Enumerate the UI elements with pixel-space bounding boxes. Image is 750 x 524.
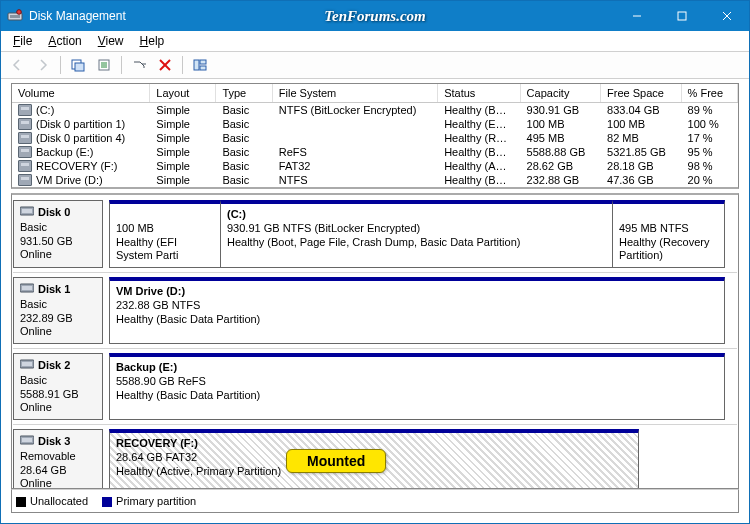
volume-fs: FAT32 — [273, 159, 438, 173]
disk-label[interactable]: Disk 2Basic5588.91 GBOnline — [13, 353, 103, 420]
partition-line1: 495 MB NTFS — [619, 222, 718, 236]
disk-state: Online — [20, 325, 96, 339]
volume-layout: Simple — [150, 117, 216, 131]
menu-file[interactable]: File — [5, 34, 40, 48]
volume-pct: 20 % — [682, 173, 738, 187]
disk-icon — [20, 434, 34, 450]
properties-button[interactable] — [92, 53, 116, 77]
disk-kind: Basic — [20, 298, 96, 312]
volume-type: Basic — [216, 173, 272, 187]
volume-status: Healthy (B… — [438, 173, 520, 187]
disk-partitions: 100 MBHealthy (EFI System Parti(C:)930.9… — [109, 200, 731, 268]
partition-line1: 5588.90 GB ReFS — [116, 375, 718, 389]
disk-label[interactable]: Disk 3Removable28.64 GBOnline — [13, 429, 103, 489]
volume-name: VM Drive (D:) — [12, 173, 150, 187]
volume-fs: NTFS (BitLocker Encrypted) — [273, 103, 438, 117]
disk-label[interactable]: Disk 0Basic931.50 GBOnline — [13, 200, 103, 268]
separator-icon — [182, 56, 183, 74]
disk-kind: Basic — [20, 374, 96, 388]
callout-mounted: Mounted — [286, 449, 386, 473]
col-layout[interactable]: Layout — [150, 84, 216, 102]
back-button[interactable] — [5, 53, 29, 77]
maximize-button[interactable] — [659, 1, 704, 31]
minimize-button[interactable] — [614, 1, 659, 31]
volume-fs — [273, 131, 438, 145]
settings-button[interactable] — [127, 53, 151, 77]
volume-capacity: 930.91 GB — [521, 103, 602, 117]
volume-layout: Simple — [150, 173, 216, 187]
volume-layout: Simple — [150, 103, 216, 117]
svg-rect-16 — [200, 60, 206, 64]
col-pctfree[interactable]: % Free — [682, 84, 738, 102]
volume-layout: Simple — [150, 131, 216, 145]
volume-row[interactable]: VM Drive (D:)SimpleBasicNTFSHealthy (B…2… — [12, 173, 738, 187]
col-volume[interactable]: Volume — [12, 84, 150, 102]
col-type[interactable]: Type — [216, 84, 272, 102]
volume-name: (C:) — [12, 103, 150, 117]
watermark: TenForums.com — [324, 8, 426, 25]
layout-button[interactable] — [188, 53, 212, 77]
volume-fs — [273, 117, 438, 131]
volume-layout: Simple — [150, 145, 216, 159]
partition-line2: Healthy (Boot, Page File, Crash Dump, Ba… — [227, 236, 606, 250]
delete-button[interactable] — [153, 53, 177, 77]
disk-name: Disk 3 — [38, 435, 70, 447]
forward-button[interactable] — [31, 53, 55, 77]
refresh-button[interactable] — [66, 53, 90, 77]
partition[interactable]: 100 MBHealthy (EFI System Parti — [109, 200, 221, 268]
statusbar — [1, 517, 749, 523]
svg-rect-4 — [678, 12, 686, 20]
volume-status: Healthy (A… — [438, 159, 520, 173]
partition[interactable]: VM Drive (D:)232.88 GB NTFSHealthy (Basi… — [109, 277, 725, 344]
volume-free: 833.04 GB — [601, 103, 682, 117]
partition-line2: Healthy (Recovery Partition) — [619, 236, 718, 264]
volume-type: Basic — [216, 117, 272, 131]
disk-partitions: VM Drive (D:)232.88 GB NTFSHealthy (Basi… — [109, 277, 731, 344]
partition[interactable]: 495 MB NTFSHealthy (Recovery Partition) — [613, 200, 725, 268]
disk-state: Online — [20, 248, 96, 262]
menu-action[interactable]: Action — [40, 34, 89, 48]
volume-free: 100 MB — [601, 117, 682, 131]
close-button[interactable] — [704, 1, 749, 31]
volume-list-header: Volume Layout Type File System Status Ca… — [12, 84, 738, 103]
menu-view[interactable]: View — [90, 34, 132, 48]
col-capacity[interactable]: Capacity — [521, 84, 602, 102]
disk-kind: Basic — [20, 221, 96, 235]
volume-capacity: 495 MB — [521, 131, 602, 145]
volume-type: Basic — [216, 103, 272, 117]
partition[interactable]: (C:)930.91 GB NTFS (BitLocker Encrypted)… — [221, 200, 613, 268]
partition[interactable]: Backup (E:)5588.90 GB ReFSHealthy (Basic… — [109, 353, 725, 420]
volume-row[interactable]: Backup (E:)SimpleBasicReFSHealthy (B…558… — [12, 145, 738, 159]
window-controls — [614, 1, 749, 31]
volume-free: 28.18 GB — [601, 159, 682, 173]
menubar: File Action View Help — [1, 31, 749, 52]
volume-capacity: 100 MB — [521, 117, 602, 131]
disk-label[interactable]: Disk 1Basic232.89 GBOnline — [13, 277, 103, 344]
svg-rect-23 — [22, 362, 32, 366]
volume-list[interactable]: Volume Layout Type File System Status Ca… — [11, 83, 739, 189]
disk-graphical-view[interactable]: Disk 0Basic931.50 GBOnline 100 MBHealthy… — [11, 193, 739, 489]
volume-capacity: 5588.88 GB — [521, 145, 602, 159]
disk-partitions: Backup (E:)5588.90 GB ReFSHealthy (Basic… — [109, 353, 731, 420]
toolbar — [1, 52, 749, 79]
disk-state: Online — [20, 401, 96, 415]
volume-icon — [18, 132, 32, 144]
volume-status: Healthy (B… — [438, 103, 520, 117]
svg-rect-25 — [22, 438, 32, 442]
disk-name: Disk 1 — [38, 283, 70, 295]
col-status[interactable]: Status — [438, 84, 520, 102]
volume-row[interactable]: (Disk 0 partition 1)SimpleBasicHealthy (… — [12, 117, 738, 131]
volume-row[interactable]: (Disk 0 partition 4)SimpleBasicHealthy (… — [12, 131, 738, 145]
volume-capacity: 232.88 GB — [521, 173, 602, 187]
menu-help[interactable]: Help — [132, 34, 173, 48]
volume-row[interactable]: (C:)SimpleBasicNTFS (BitLocker Encrypted… — [12, 103, 738, 117]
separator-icon — [121, 56, 122, 74]
col-freespace[interactable]: Free Space — [601, 84, 682, 102]
separator-icon — [60, 56, 61, 74]
volume-capacity: 28.62 GB — [521, 159, 602, 173]
col-filesystem[interactable]: File System — [273, 84, 438, 102]
disk-state: Online — [20, 477, 96, 489]
volume-type: Basic — [216, 159, 272, 173]
volume-row[interactable]: RECOVERY (F:)SimpleBasicFAT32Healthy (A…… — [12, 159, 738, 173]
volume-name: RECOVERY (F:) — [12, 159, 150, 173]
